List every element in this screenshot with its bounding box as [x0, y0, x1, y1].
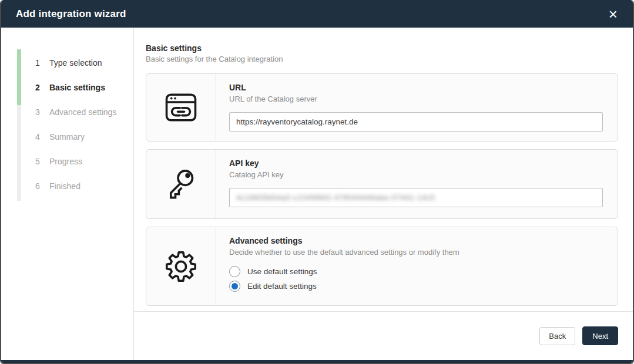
dialog-titlebar: Add integration wizard × — [1, 0, 633, 28]
advanced-settings-radio-group: Use default settings Edit default settin… — [229, 264, 603, 294]
back-button[interactable]: Back — [539, 327, 575, 345]
step-progress-track — [17, 49, 21, 201]
radio-unchecked-icon — [229, 266, 240, 277]
advanced-settings-card: Advanced settings Decide whether to use … — [146, 227, 618, 306]
dialog-title: Add integration wizard — [16, 8, 126, 20]
wizard-footer: Back Next — [134, 311, 633, 360]
step-label: Summary — [49, 132, 85, 141]
radio-use-default-settings[interactable]: Use default settings — [229, 264, 603, 279]
api-key-input[interactable]: 4c19805b54a0-c10499bf2-479044448abe-0744… — [229, 188, 603, 207]
step-progress-fill — [17, 49, 21, 105]
step-label: Type selection — [49, 58, 102, 68]
api-key-card-icon-panel — [146, 150, 216, 218]
url-card: URL URL of the Catalog server — [146, 73, 618, 141]
add-integration-wizard-dialog: Add integration wizard × 1 Type selectio… — [0, 0, 634, 364]
close-icon: × — [609, 5, 618, 23]
wizard-steps-sidebar: 1 Type selection 2 Basic settings 3 Adva… — [1, 28, 134, 360]
url-input[interactable] — [229, 112, 603, 132]
url-card-description: URL of the Catalog server — [229, 95, 603, 103]
dialog-body: 1 Type selection 2 Basic settings 3 Adva… — [1, 28, 633, 360]
radio-checked-icon — [229, 281, 240, 292]
advanced-settings-card-description: Decide whether to use the default advanc… — [229, 248, 603, 257]
api-key-card-body: API key Catalog API key 4c19805b54a0-c10… — [216, 150, 618, 218]
api-key-card-title: API key — [229, 159, 603, 168]
page-title: Basic settings — [146, 43, 618, 53]
step-number: 3 — [35, 107, 49, 117]
radio-label: Edit default settings — [247, 282, 317, 291]
api-key-redacted-value: 4c19805b54a0-c10499bf2-479044448abe-0744… — [236, 193, 435, 202]
next-button[interactable]: Next — [582, 326, 618, 345]
radio-label: Use default settings — [247, 267, 317, 276]
step-number: 4 — [35, 132, 49, 141]
url-card-body: URL URL of the Catalog server — [216, 74, 618, 141]
api-key-card-description: Catalog API key — [229, 170, 603, 179]
step-number: 6 — [35, 181, 49, 191]
main-column: Basic settings Basic settings for the Ca… — [134, 28, 633, 360]
advanced-settings-card-icon-panel — [146, 227, 216, 305]
api-key-card: API key Catalog API key 4c19805b54a0-c10… — [146, 149, 618, 219]
step-label: Finished — [49, 181, 80, 191]
step-number: 5 — [35, 157, 49, 166]
step-content: Basic settings Basic settings for the Ca… — [134, 28, 633, 311]
radio-edit-default-settings[interactable]: Edit default settings — [229, 279, 603, 294]
gear-icon — [164, 250, 198, 284]
page-header: Basic settings Basic settings for the Ca… — [146, 43, 618, 63]
url-card-icon-panel — [146, 74, 216, 141]
close-button[interactable]: × — [606, 6, 620, 22]
page-subtitle: Basic settings for the Catalog integrati… — [146, 55, 618, 63]
step-number: 1 — [35, 58, 49, 68]
url-card-title: URL — [229, 83, 603, 92]
advanced-settings-card-body: Advanced settings Decide whether to use … — [216, 227, 618, 305]
browser-link-icon — [164, 90, 198, 124]
advanced-settings-card-title: Advanced settings — [229, 236, 603, 245]
dialog-bottom-edge — [1, 360, 633, 363]
step-label: Progress — [49, 157, 82, 166]
step-number: 2 — [35, 83, 49, 92]
key-icon — [164, 167, 198, 201]
step-label: Advanced settings — [49, 107, 116, 117]
step-label: Basic settings — [49, 83, 105, 92]
